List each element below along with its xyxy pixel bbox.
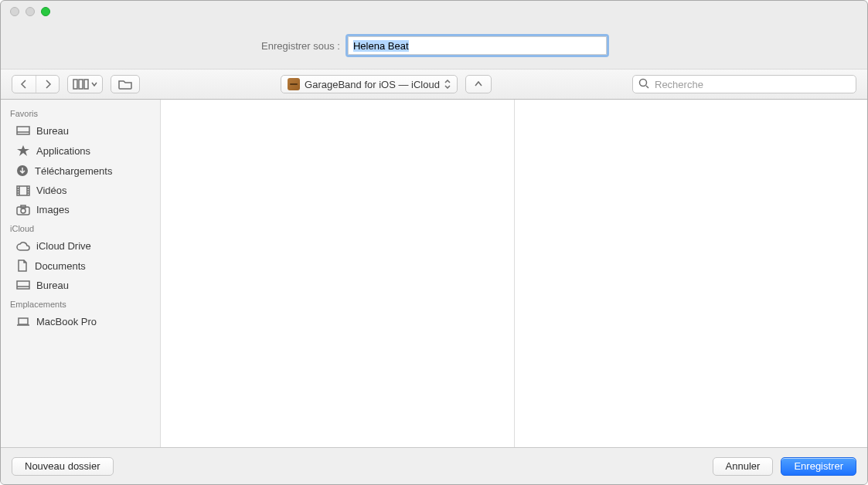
sidebar-item-bureau[interactable]: Bureau <box>1 121 160 141</box>
body: Favoris Bureau Applications Téléchargeme… <box>1 100 867 447</box>
documents-icon <box>16 259 29 272</box>
svg-rect-0 <box>73 80 77 89</box>
toolbar: GarageBand for iOS — iCloud <box>1 69 867 100</box>
column-view <box>161 100 867 447</box>
titlebar <box>1 1 867 22</box>
minimize-button[interactable] <box>26 7 35 16</box>
search-icon <box>638 78 649 89</box>
folder-icon <box>118 79 132 90</box>
save-row: Enregistrer sous : <box>1 22 867 69</box>
view-mode-button[interactable] <box>67 75 103 93</box>
chevron-down-icon <box>91 81 97 87</box>
footer: Nouveau dossier Annuler Enregistrer <box>1 447 867 484</box>
desktop-icon <box>16 126 30 137</box>
path-label: GarageBand for iOS — iCloud <box>305 79 440 90</box>
sidebar-item-applications[interactable]: Applications <box>1 141 160 161</box>
cancel-button[interactable]: Annuler <box>713 457 774 476</box>
save-button[interactable]: Enregistrer <box>781 457 856 476</box>
svg-rect-1 <box>79 80 83 89</box>
svg-rect-2 <box>84 80 88 89</box>
chevron-up-icon <box>475 80 482 88</box>
desktop-icon <box>16 280 30 291</box>
zoom-button[interactable] <box>41 7 50 16</box>
nav-back-forward <box>12 75 60 93</box>
sidebar-item-documents[interactable]: Documents <box>1 256 160 276</box>
columns-icon <box>73 79 90 90</box>
column-2[interactable] <box>515 100 868 447</box>
laptop-icon <box>16 317 30 327</box>
group-button[interactable] <box>111 75 140 93</box>
sidebar-item-icloud-drive[interactable]: iCloud Drive <box>1 236 160 256</box>
filename-input[interactable] <box>348 36 607 55</box>
svg-rect-11 <box>19 318 28 324</box>
svg-rect-10 <box>17 281 29 289</box>
search-input[interactable] <box>632 75 856 93</box>
svg-rect-4 <box>17 127 29 134</box>
svg-point-3 <box>640 80 647 86</box>
svg-point-8 <box>21 209 26 213</box>
updown-icon <box>444 80 451 91</box>
column-1[interactable] <box>161 100 515 447</box>
sidebar-item-images[interactable]: Images <box>1 200 160 219</box>
sidebar: Favoris Bureau Applications Téléchargeme… <box>1 100 161 447</box>
new-folder-button[interactable]: Nouveau dossier <box>12 457 114 476</box>
close-button[interactable] <box>10 7 19 16</box>
sidebar-item-videos[interactable]: Vidéos <box>1 181 160 200</box>
sidebar-head-emplacements: Emplacements <box>1 295 160 312</box>
nav-forward-button[interactable] <box>36 76 59 93</box>
cloud-icon <box>16 242 30 251</box>
collapse-button[interactable] <box>465 75 492 93</box>
sidebar-item-icloud-bureau[interactable]: Bureau <box>1 276 160 295</box>
chevron-right-icon <box>44 80 52 89</box>
sidebar-item-downloads[interactable]: Téléchargements <box>1 161 160 181</box>
save-as-label: Enregistrer sous : <box>261 40 340 52</box>
camera-icon <box>16 205 30 215</box>
sidebar-head-icloud: iCloud <box>1 219 160 236</box>
download-icon <box>16 164 29 177</box>
videos-icon <box>16 185 30 196</box>
path-dropdown[interactable]: GarageBand for iOS — iCloud <box>281 75 458 93</box>
sidebar-item-macbook-pro[interactable]: MacBook Pro <box>1 312 160 331</box>
applications-icon <box>16 144 30 157</box>
garageband-icon <box>288 78 300 90</box>
nav-back-button[interactable] <box>12 76 36 93</box>
sidebar-head-favoris: Favoris <box>1 104 160 121</box>
save-dialog: Enregistrer sous : <box>0 0 868 485</box>
search-field[interactable] <box>632 75 856 93</box>
chevron-left-icon <box>20 80 28 89</box>
